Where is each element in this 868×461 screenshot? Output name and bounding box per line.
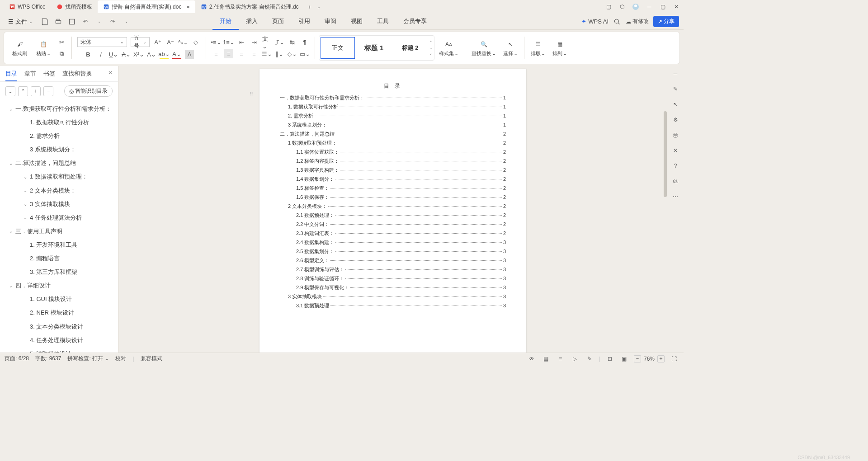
highlight-icon[interactable]: ab⌄ bbox=[160, 50, 169, 59]
text-direction-icon[interactable]: 文⌄ bbox=[262, 38, 271, 47]
app-tab-doc-active[interactable]: W 报告-自然语言处理(实训).doc ● bbox=[98, 0, 195, 13]
doc-toc-row[interactable]: 2.8 训练与验证循环：3 bbox=[280, 275, 506, 282]
increase-indent-icon[interactable]: ⇥ bbox=[250, 38, 259, 47]
paste-button[interactable]: 📋粘贴⌄ bbox=[33, 38, 53, 58]
maximize-button[interactable]: ▢ bbox=[659, 3, 666, 10]
doc-toc-row[interactable]: 1. 数据获取可行性分析1 bbox=[280, 103, 506, 110]
app-tab-template[interactable]: 找稻壳模板 bbox=[51, 0, 98, 13]
page-view-icon[interactable]: ▤ bbox=[541, 354, 551, 364]
fullscreen-icon[interactable]: ⛶ bbox=[669, 354, 679, 364]
pencil-icon[interactable]: ✎ bbox=[670, 84, 680, 94]
doc-toc-row[interactable]: 1 数据读取和预处理：2 bbox=[280, 140, 506, 146]
line-spacing-icon[interactable]: ‖⌄ bbox=[275, 49, 284, 58]
search-icon[interactable] bbox=[613, 18, 621, 26]
doc-toc-row[interactable]: 2.9 模型保存与可视化：3 bbox=[280, 284, 506, 291]
align-right-icon[interactable]: ≡ bbox=[237, 49, 246, 58]
spell-check-status[interactable]: 拼写检查: 打开 ⌄ bbox=[67, 355, 109, 362]
doc-toc-row[interactable]: 1.1 实体位置获取：2 bbox=[280, 149, 506, 155]
doc-toc-row[interactable]: 3 实体抽取模块3 bbox=[280, 293, 506, 300]
tab-page[interactable]: 页面 bbox=[265, 14, 291, 30]
help-rail-icon[interactable]: ? bbox=[670, 161, 680, 171]
wrench-rail-icon[interactable]: ✕ bbox=[670, 146, 680, 155]
style-h1[interactable]: 标题 1 bbox=[357, 37, 391, 59]
toc-item[interactable]: 2. 需求分析 bbox=[0, 129, 118, 143]
tab-review[interactable]: 审阅 bbox=[317, 14, 344, 30]
doc-toc-row[interactable]: 2 文本分类模块：2 bbox=[280, 203, 506, 210]
outline-view-icon[interactable]: ≡ bbox=[556, 354, 566, 364]
grow-font-icon[interactable]: A⁺ bbox=[153, 38, 162, 47]
page-indicator[interactable]: 页面: 6/28 bbox=[5, 355, 29, 362]
zoom-level[interactable]: 76% bbox=[644, 356, 655, 362]
toc-item[interactable]: 2. NER 模块设计 bbox=[0, 306, 118, 320]
app-tab-doc2[interactable]: W 2.任务书及实施方案-自然语音处理.dc bbox=[195, 0, 304, 13]
tab-view[interactable]: 视图 bbox=[344, 14, 370, 30]
word-count[interactable]: 字数: 9637 bbox=[35, 355, 61, 362]
shop-rail-icon[interactable]: 🛍 bbox=[670, 176, 680, 186]
chevron-down-icon[interactable]: ⌄ bbox=[95, 18, 103, 26]
close-icon[interactable]: ✕ bbox=[108, 70, 113, 76]
strikethrough-icon[interactable]: A⌄ bbox=[122, 50, 131, 59]
zoom-out-button[interactable]: － bbox=[634, 355, 641, 362]
shrink-font-icon[interactable]: A⁻ bbox=[166, 38, 175, 47]
reading-view-icon[interactable]: ▷ bbox=[570, 354, 580, 364]
font-family-select[interactable]: 宋体⌄ bbox=[77, 37, 127, 47]
toc-item[interactable]: ⌄2 文本分类模块： bbox=[0, 184, 118, 198]
cut-icon[interactable]: ✂ bbox=[57, 38, 66, 47]
redo-icon[interactable]: ↷ bbox=[108, 18, 117, 26]
toc-item[interactable]: 1. 开发环境和工具 bbox=[0, 238, 118, 252]
toc-item[interactable]: ⌄四．详细设计 bbox=[0, 279, 118, 292]
toc-item[interactable]: ⌄1 数据读取和预处理： bbox=[0, 170, 118, 183]
sidebar-tab-find[interactable]: 查找和替换 bbox=[62, 70, 92, 81]
collapse-up-button[interactable]: ⌃ bbox=[18, 86, 28, 96]
align-justify-icon[interactable]: ≡ bbox=[250, 49, 259, 58]
doc-toc-row[interactable]: 1.2 标签内容提取：2 bbox=[280, 158, 506, 165]
tab-char-icon[interactable]: ↹ bbox=[288, 38, 297, 47]
new-tab-button[interactable]: ＋ bbox=[304, 0, 315, 13]
document-page[interactable]: ⠿ 目 录 一．数据获取可行性分析和需求分析：11. 数据获取可行性分析12. … bbox=[259, 69, 526, 353]
compat-mode[interactable]: 兼容模式 bbox=[141, 355, 162, 362]
change-case-icon[interactable]: ᴬₐ⌄ bbox=[179, 38, 188, 47]
sidebar-tab-chapters[interactable]: 章节 bbox=[24, 70, 36, 81]
toc-item[interactable]: ⌄二.算法描述，问题总结 bbox=[0, 156, 118, 170]
align-center-icon[interactable]: ≡ bbox=[224, 49, 233, 58]
undo-icon[interactable]: ↶ bbox=[81, 18, 90, 26]
find-replace-button[interactable]: 🔍查找替换⌄ bbox=[469, 38, 499, 58]
doc-toc-row[interactable]: 2.5 数据集划分：3 bbox=[280, 248, 506, 255]
align-left-icon[interactable]: ≡ bbox=[212, 49, 221, 58]
style-scroll-down[interactable]: ⌄ bbox=[429, 46, 433, 50]
doc-toc-row[interactable]: 1.4 数据集划分：2 bbox=[280, 176, 506, 183]
toc-item[interactable]: 5. 辅助模块设计 bbox=[0, 347, 118, 353]
doc-toc-row[interactable]: 3.1 数据预处理3 bbox=[280, 302, 506, 309]
doc-toc-row[interactable]: 2.3 构建词汇表：2 bbox=[280, 230, 506, 237]
collapse-rail-icon[interactable]: ─ bbox=[670, 69, 680, 79]
doc-toc-row[interactable]: 2.1 数据预处理：2 bbox=[280, 212, 506, 219]
remove-button[interactable]: － bbox=[43, 86, 53, 96]
font-size-select[interactable]: 五号⌄ bbox=[131, 37, 150, 47]
tab-member[interactable]: 会员专享 bbox=[396, 14, 434, 30]
drag-handle-icon[interactable]: ⠿ bbox=[250, 91, 253, 97]
tools-rail-icon[interactable]: ⚙ bbox=[670, 115, 680, 125]
print-icon[interactable] bbox=[54, 18, 62, 26]
distribute-icon[interactable]: ☰⌄ bbox=[262, 49, 271, 58]
save-icon[interactable] bbox=[41, 18, 49, 26]
decrease-indent-icon[interactable]: ⇤ bbox=[237, 38, 246, 47]
fit-width-icon[interactable]: ▣ bbox=[619, 354, 629, 364]
style-scroll-up[interactable]: ⌃ bbox=[429, 40, 433, 45]
tab-list-button[interactable]: ⌄ bbox=[315, 0, 322, 13]
tab-references[interactable]: 引用 bbox=[291, 14, 317, 30]
smart-detect-button[interactable]: ◎智能识别目录 bbox=[64, 85, 113, 97]
revisions-button[interactable]: ☁ 有修改 bbox=[626, 18, 649, 25]
tab-tools[interactable]: 工具 bbox=[370, 14, 396, 30]
toc-item[interactable]: ⌄三．使用工具声明 bbox=[0, 225, 118, 238]
style-body[interactable]: 正文 bbox=[321, 37, 355, 59]
toc-item[interactable]: 3. 文本分类模块设计 bbox=[0, 320, 118, 334]
toc-item[interactable]: 1. GUI 模块设计 bbox=[0, 292, 118, 306]
document-canvas[interactable]: ⠿ 目 录 一．数据获取可行性分析和需求分析：11. 数据获取可行性分析12. … bbox=[118, 66, 667, 353]
bullets-icon[interactable]: •≡⌄ bbox=[212, 38, 221, 47]
style-set-button[interactable]: Aᴀ样式集⌄ bbox=[436, 38, 461, 58]
cube-icon[interactable]: ⬡ bbox=[618, 3, 626, 10]
toc-item[interactable]: 2. 编程语言 bbox=[0, 252, 118, 265]
sidebar-tab-bookmarks[interactable]: 书签 bbox=[43, 70, 55, 81]
copy-icon[interactable]: ⧉ bbox=[57, 49, 66, 58]
eye-icon[interactable]: 👁 bbox=[527, 354, 537, 364]
